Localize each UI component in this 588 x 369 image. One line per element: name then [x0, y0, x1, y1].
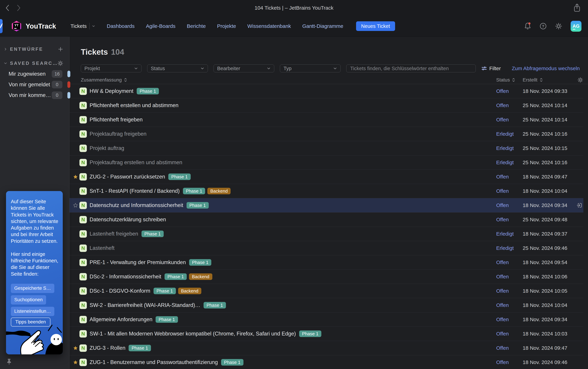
status-value[interactable]: Offen [496, 345, 523, 351]
nav-item-tickets[interactable]: Tickets [71, 23, 95, 29]
status-value[interactable]: Erledigt [496, 160, 523, 165]
ticket-title[interactable]: SnT-1 - RestAPI (Frontend / Backend) [90, 188, 180, 194]
settings-gear-icon[interactable] [555, 22, 562, 30]
table-row[interactable]: N HW & Deployment Phase 1 Offen 18 Nov. … [70, 84, 583, 98]
status-value[interactable]: Offen [496, 174, 523, 180]
ticket-title[interactable]: Pflichtenheft freigeben [90, 117, 143, 123]
table-row[interactable]: N SnT-1 - RestAPI (Frontend / Backend) P… [70, 184, 583, 198]
share-icon[interactable] [573, 3, 581, 13]
status-value[interactable]: Erledigt [496, 145, 523, 151]
ticket-title[interactable]: Lastenheft freigeben [90, 231, 138, 237]
tooltip-feature-button[interactable]: Suchoptionen [11, 295, 46, 305]
ticket-title[interactable]: Datenschutzerklärung schreiben [90, 216, 166, 223]
ticket-title[interactable]: Projektauftrag freigeben [90, 131, 146, 137]
saved-search-item[interactable]: Von mir gemeldet 0 [0, 79, 69, 90]
tooltip-feature-button[interactable]: Gespeicherte S… [11, 284, 54, 293]
help-icon[interactable]: ? [539, 22, 547, 30]
column-created[interactable]: Erstellt [523, 77, 577, 83]
open-ticket-icon[interactable] [577, 202, 583, 209]
filter-dropdown-bearbeiter[interactable]: Bearbeiter [213, 64, 274, 72]
status-value[interactable]: Offen [496, 317, 523, 322]
back-icon[interactable] [5, 4, 10, 12]
status-value[interactable]: Erledigt [496, 231, 523, 237]
status-value[interactable]: Offen [496, 117, 523, 123]
ticket-title[interactable]: Projekt auftrag [90, 145, 124, 151]
table-row[interactable]: N Allgemeine Anforderungen Phase 1 Offen… [70, 312, 583, 327]
new-ticket-button[interactable]: Neues Ticket [356, 21, 395, 31]
table-row[interactable]: N DSc-1 - DSGVO-Konform Phase 1Backend O… [70, 284, 583, 298]
nav-item-wissensdatenbank[interactable]: Wissensdatenbank [247, 23, 291, 29]
ticket-title[interactable]: ZUG-1 - Benutzername und Passwortauthent… [90, 359, 218, 365]
star-filled-icon[interactable] [73, 345, 78, 351]
status-value[interactable]: Offen [496, 302, 523, 308]
status-value[interactable]: Offen [496, 102, 523, 108]
saved-search-item[interactable]: Von mir komme… 0 [0, 90, 69, 101]
table-row[interactable]: N DSc-2 - Informationssicherheit Phase 1… [70, 270, 583, 284]
ticket-title[interactable]: ZUG-3 - Rollen [90, 345, 125, 351]
pinned-app-sliver[interactable] [0, 19, 3, 33]
saved-searches-gear-icon[interactable] [57, 60, 63, 66]
drafts-section[interactable]: ENTWÜRFE [0, 44, 69, 54]
notifications-bell-icon[interactable] [524, 22, 531, 30]
ticket-title[interactable]: DSc-2 - Informationssicherheit [90, 274, 161, 280]
ticket-title[interactable]: PRE-1 - Verwaltung der Premiumkunden [90, 259, 186, 266]
forward-icon[interactable] [17, 4, 21, 12]
tooltip-feature-button[interactable]: Listeneinstellun… [11, 307, 54, 316]
query-mode-link[interactable]: Zum Abfragemodus wechseln [512, 65, 580, 71]
table-row[interactable]: N Datenschutzerklärung schreiben Offen 2… [70, 213, 583, 227]
add-draft-plus-icon[interactable] [58, 46, 63, 52]
status-value[interactable]: Offen [496, 88, 523, 94]
column-summary[interactable]: Zusammenfassung [81, 77, 496, 83]
table-row[interactable]: N ZUG-1 - Benutzername und Passwortauthe… [70, 355, 583, 369]
table-row[interactable]: N SW-1 - Mit allen Modernen Webbrowser k… [70, 327, 583, 341]
table-row[interactable]: N ZUG-3 - Rollen Phase 1 Offen 18 Nov. 2… [70, 341, 583, 355]
status-value[interactable]: Offen [496, 259, 523, 265]
ticket-title[interactable]: Datenschutz und Informationssicherheit [90, 202, 183, 208]
filter-dropdown-typ[interactable]: Typ [280, 64, 341, 72]
table-settings-gear-icon[interactable] [577, 77, 583, 83]
status-value[interactable]: Offen [496, 188, 523, 194]
status-value[interactable]: Offen [496, 202, 523, 208]
status-value[interactable]: Offen [496, 217, 523, 223]
status-value[interactable]: Erledigt [496, 131, 523, 137]
star-filled-icon[interactable] [73, 360, 78, 365]
filter-dropdown-projekt[interactable]: Projekt [81, 64, 142, 72]
table-row[interactable]: N SW-2 - Barrierefreiheit (WAI-ARIA-Stan… [70, 298, 583, 312]
saved-searches-section[interactable]: SAVED SEARC… [0, 58, 69, 69]
table-row[interactable]: N Pflichtenheft erstellen und abstimmen … [70, 98, 583, 113]
saved-search-item[interactable]: Mir zugewiesen 16 [0, 69, 69, 79]
table-row[interactable]: N PRE-1 - Verwaltung der Premiumkunden P… [70, 255, 583, 270]
avatar[interactable]: AG [571, 21, 581, 32]
ticket-title[interactable]: Lastenheft [90, 245, 114, 251]
nav-item-berichte[interactable]: Berichte [187, 23, 206, 29]
nav-item-agile-boards[interactable]: Agile-Boards [146, 23, 175, 29]
status-value[interactable]: Offen [496, 288, 523, 294]
ticket-title[interactable]: Pflichtenheft erstellen und abstimmen [90, 102, 178, 109]
column-status[interactable]: Status [496, 77, 523, 83]
nav-item-gantt-diagramme[interactable]: Gantt-Diagramme [302, 23, 343, 29]
table-row[interactable]: N Projekt auftrag Erledigt 25 Nov. 2024 … [70, 141, 583, 155]
dismiss-tips-button[interactable]: Tipps beenden [11, 318, 50, 327]
ticket-title[interactable]: HW & Deployment [90, 88, 133, 94]
nav-item-dashboards[interactable]: Dashboards [107, 23, 135, 29]
filter-dropdown-status[interactable]: Status [147, 64, 208, 72]
youtrack-logo[interactable]: YT [11, 21, 22, 31]
ticket-title[interactable]: Projektauftrag erstellen und abstimmen [90, 159, 182, 165]
status-value[interactable]: Erledigt [496, 245, 523, 251]
ticket-title[interactable]: DSc-1 - DSGVO-Konform [90, 288, 150, 294]
ticket-title[interactable]: Allgemeine Anforderungen [90, 316, 152, 323]
table-row[interactable]: N Pflichtenheft freigeben Offen 25 Nov. … [70, 113, 583, 127]
status-value[interactable]: Offen [496, 274, 523, 280]
ticket-title[interactable]: SW-2 - Barrierefreiheit (WAI-ARIA-Standa… [90, 302, 200, 308]
pin-icon[interactable] [6, 358, 12, 365]
search-input[interactable] [346, 64, 476, 72]
table-row[interactable]: N Lastenheft Erledigt 25 Nov. 2024 09:46 [70, 241, 583, 255]
status-value[interactable]: Offen [496, 331, 523, 337]
status-value[interactable]: Offen [496, 359, 523, 365]
table-row[interactable]: N Datenschutz und Informationssicherheit… [70, 198, 583, 213]
table-row[interactable]: N Projektauftrag freigeben Erledigt 25 N… [70, 127, 583, 141]
table-row[interactable]: N ZUG-2 - Passwort zurücksetzen Phase 1 … [70, 170, 583, 184]
filter-button[interactable]: Filter [481, 65, 501, 72]
ticket-title[interactable]: SW-1 - Mit allen Modernen Webbrowser kom… [90, 331, 296, 337]
star-filled-icon[interactable] [73, 174, 78, 179]
